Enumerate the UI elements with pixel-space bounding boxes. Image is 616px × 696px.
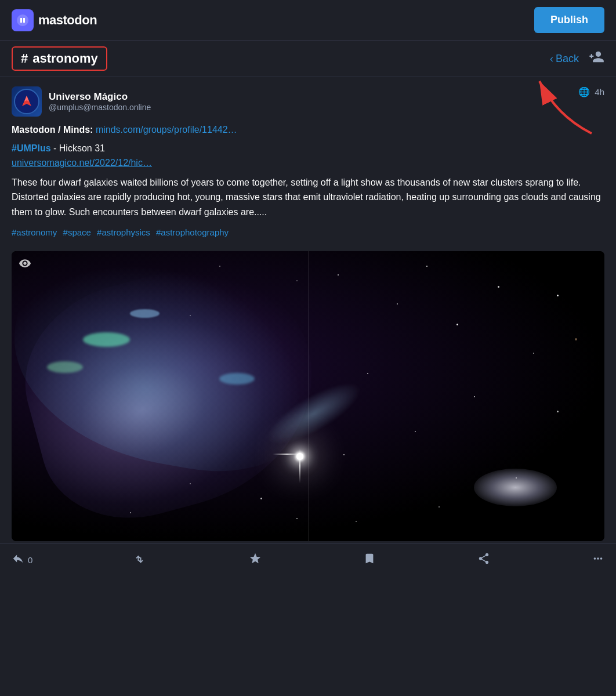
back-button[interactable]: ‹ Back [550,53,579,65]
back-label: Back [556,53,579,65]
bookmark-button[interactable] [363,552,376,568]
tag-title-box: # astronomy [12,46,107,71]
more-icon [592,552,604,568]
star-icon [249,552,262,568]
reply-icon [12,552,24,568]
tag-space[interactable]: #space [63,227,91,237]
favorite-button[interactable] [249,552,262,568]
username: @umplus@mastodon.online [49,103,151,112]
image-overlay-icon [19,257,31,273]
post-hashtag-section: #UMPlus - Hickson 31 [12,141,604,156]
post-link-line: Mastodon / Minds: minds.com/groups/profi… [12,122,604,137]
post-container: Universo Mágico @umplus@mastodon.online … [0,77,616,541]
back-chevron-icon: ‹ [550,53,553,65]
tag-actions: ‹ Back [550,49,604,68]
tag-astronomy[interactable]: #astronomy [12,227,57,237]
post-link-label: Mastodon / Minds: [12,125,93,135]
more-button[interactable] [592,552,604,568]
post-text: These four dwarf galaxies waited billion… [12,175,604,220]
post-header: Universo Mágico @umplus@mastodon.online … [12,86,604,117]
post-minds-link[interactable]: minds.com/groups/profile/11442… [96,125,237,135]
post-meta: 🌐 4h [578,86,604,97]
galaxy-visualization [12,251,604,541]
logo: mastodon [12,9,97,31]
app-header: mastodon Publish [0,0,616,41]
tag-astrophotography[interactable]: #astrophotography [156,227,229,237]
bookmark-icon [363,552,376,568]
user-info: Universo Mágico @umplus@mastodon.online [12,86,151,117]
tag-astrophysics[interactable]: #astrophysics [97,227,150,237]
post-image [12,251,604,541]
boost-icon [134,552,147,568]
follow-button[interactable] [588,49,604,68]
publish-button[interactable]: Publish [534,7,604,33]
logo-text: mastodon [38,13,97,28]
share-icon [477,552,490,568]
post-body: Mastodon / Minds: minds.com/groups/profi… [12,122,604,245]
tag-bar: # astronomy ‹ Back [0,41,616,77]
logo-icon [12,9,34,31]
image-divider [308,251,309,541]
avatar [12,86,42,117]
hashtag-symbol: # [21,51,28,66]
post-tags: #astronomy #space #astrophysics #astroph… [12,226,604,240]
post-hashtag-title[interactable]: #UMPlus [12,143,51,153]
post-title-text: - Hickson 31 [53,143,105,153]
post-article-url[interactable]: universomagico.net/2022/12/hic… [12,155,604,171]
user-details: Universo Mágico @umplus@mastodon.online [49,91,151,112]
post-time: 4h [595,87,604,97]
share-button[interactable] [477,552,490,568]
post-actions: 0 [0,543,616,576]
tag-name: astronomy [32,51,97,66]
reply-button[interactable]: 0 [12,552,32,568]
boost-button[interactable] [134,552,147,568]
reply-count: 0 [28,555,32,565]
display-name: Universo Mágico [49,91,151,103]
globe-icon: 🌐 [578,86,590,97]
